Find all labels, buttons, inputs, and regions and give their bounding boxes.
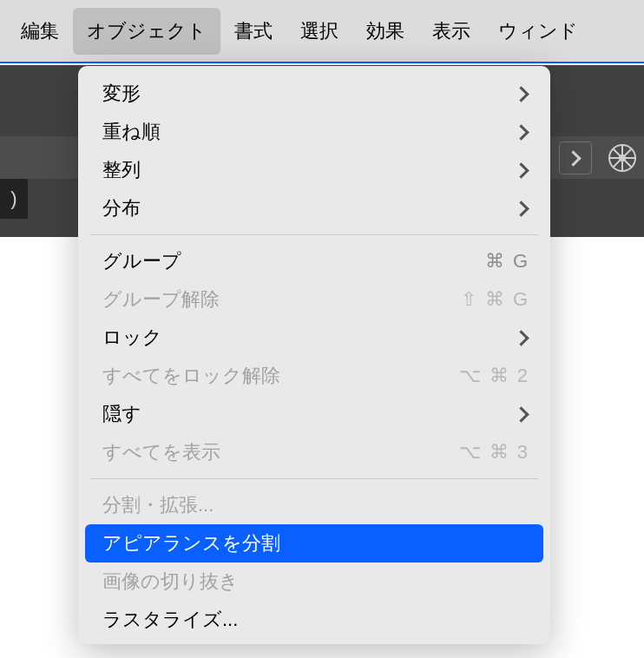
- menu-item-label: アピアランスを分割: [102, 530, 529, 556]
- menu-item-label: 分割・拡張...: [102, 492, 529, 518]
- menu-separator: [90, 234, 538, 235]
- menu-item-expand-appearance[interactable]: アピアランスを分割: [85, 524, 543, 563]
- svg-point-5: [619, 155, 626, 161]
- menu-object[interactable]: オブジェクト: [73, 8, 220, 55]
- menu-item-ungroup: グループ解除 ⇧ ⌘ G: [78, 280, 550, 319]
- menu-item-label: グループ: [102, 248, 485, 274]
- menu-item-label: ロック: [102, 325, 517, 351]
- menu-item-crop-image: 画像の切り抜き: [78, 563, 550, 601]
- menu-item-expand: 分割・拡張...: [78, 486, 550, 524]
- chevron-right-icon: [517, 332, 529, 344]
- object-menu-dropdown: 変形 重ね順 整列 分布 グループ ⌘ G グループ解除 ⇧ ⌘ G ロック す…: [78, 66, 550, 644]
- menu-item-group[interactable]: グループ ⌘ G: [78, 242, 550, 280]
- chevron-right-icon: [517, 88, 529, 100]
- menu-item-transform[interactable]: 変形: [78, 75, 550, 113]
- options-next-button[interactable]: [559, 141, 592, 174]
- menu-item-align[interactable]: 整列: [78, 151, 550, 189]
- color-wheel-icon[interactable]: [606, 141, 639, 174]
- menu-item-distribute[interactable]: 分布: [78, 189, 550, 227]
- menu-item-shortcut: ⌥ ⌘ 3: [459, 441, 529, 464]
- menu-item-label: 整列: [102, 157, 517, 183]
- menu-item-unlock-all: すべてをロック解除 ⌥ ⌘ 2: [78, 357, 550, 395]
- menu-item-label: 画像の切り抜き: [102, 569, 529, 595]
- menu-item-shortcut: ⌘ G: [485, 250, 529, 273]
- menu-item-label: グループ解除: [102, 286, 461, 313]
- chevron-right-icon: [517, 408, 529, 420]
- menu-item-rasterize[interactable]: ラスタライズ...: [78, 601, 550, 639]
- menu-item-lock[interactable]: ロック: [78, 319, 550, 357]
- menu-item-label: すべてを表示: [102, 439, 459, 465]
- menu-separator: [90, 478, 538, 479]
- menu-item-label: 分布: [102, 195, 517, 221]
- chevron-right-icon: [569, 152, 582, 164]
- menu-item-arrange[interactable]: 重ね順: [78, 113, 550, 151]
- menu-item-label: ラスタライズ...: [102, 607, 529, 633]
- menu-item-show-all: すべてを表示 ⌥ ⌘ 3: [78, 433, 550, 471]
- menubar: 編集 オブジェクト 書式 選択 効果 表示 ウィンド: [0, 0, 644, 63]
- menu-item-shortcut: ⇧ ⌘ G: [461, 288, 529, 311]
- menu-type[interactable]: 書式: [220, 8, 286, 55]
- menu-window[interactable]: ウィンド: [484, 8, 592, 55]
- menu-view[interactable]: 表示: [418, 8, 484, 55]
- menu-select[interactable]: 選択: [286, 8, 352, 55]
- menu-effect[interactable]: 効果: [352, 8, 418, 55]
- menu-item-label: すべてをロック解除: [102, 363, 459, 389]
- document-tab-fragment[interactable]: ): [0, 179, 28, 219]
- menu-item-label: 変形: [102, 81, 517, 107]
- menu-edit[interactable]: 編集: [7, 8, 73, 55]
- menu-item-hide[interactable]: 隠す: [78, 395, 550, 433]
- menu-item-shortcut: ⌥ ⌘ 2: [459, 365, 529, 387]
- chevron-right-icon: [517, 202, 529, 214]
- chevron-right-icon: [517, 164, 529, 176]
- tab-label-fragment: ): [10, 188, 16, 210]
- chevron-right-icon: [517, 126, 529, 138]
- menu-item-label: 隠す: [102, 401, 517, 427]
- menu-item-label: 重ね順: [102, 119, 517, 145]
